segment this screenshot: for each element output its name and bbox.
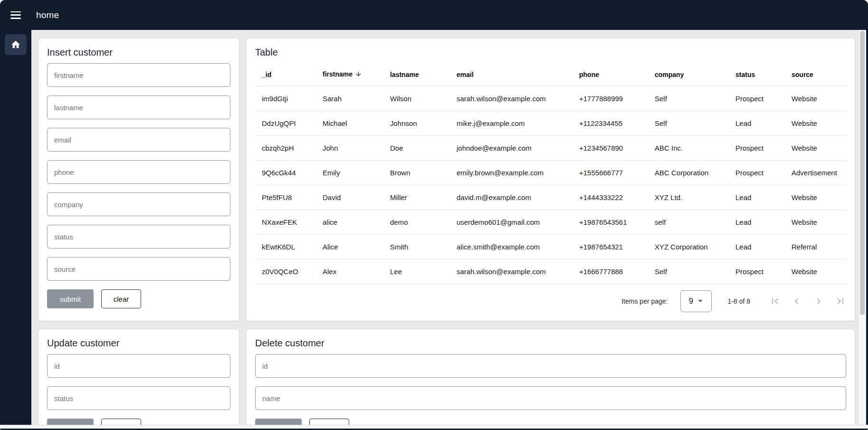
cell-email: johndoe@example.com: [450, 135, 572, 160]
cell-email: alice.smith@example.com: [450, 234, 572, 259]
insert-phone-input[interactable]: [47, 160, 230, 184]
cell-firstname: Emily: [316, 160, 383, 185]
cell-phone: +1987654321: [572, 234, 648, 259]
customers-table: _id firstname lastname email phone compa…: [255, 63, 847, 284]
cell-company: XYZ Corporation: [648, 234, 729, 259]
cell-company: Self: [648, 86, 729, 111]
cell-status: Prospect: [729, 135, 785, 160]
insert-submit-button[interactable]: submit: [47, 289, 94, 308]
cell-firstname: John: [316, 135, 383, 160]
first-page-button[interactable]: [769, 296, 781, 307]
paginator: Items per page: 9 1-8 of 8: [255, 287, 846, 315]
table-row: cbzqh2pH John Doe johndoe@example.com +1…: [255, 135, 847, 160]
previous-page-button[interactable]: [791, 296, 802, 307]
insert-lastname-input[interactable]: [47, 96, 230, 119]
sidebar: [0, 30, 31, 425]
insert-clear-button[interactable]: clear: [101, 289, 141, 308]
cell-id: Pte5fFU8: [255, 185, 316, 210]
cell-id: cbzqh2pH: [255, 135, 316, 160]
cell-lastname: Smith: [383, 234, 450, 259]
cell-source: Referral: [785, 234, 847, 259]
column-header-id[interactable]: _id: [255, 63, 316, 86]
page-title: home: [36, 10, 59, 20]
cell-status: Lead: [729, 210, 785, 234]
cell-status: Prospect: [729, 160, 785, 185]
column-header-source[interactable]: source: [785, 63, 847, 86]
vertical-scrollbar-thumb[interactable]: [860, 31, 865, 315]
cell-phone: +1666777888: [572, 259, 648, 284]
next-page-button[interactable]: [813, 296, 824, 307]
items-per-page-label: Items per page:: [621, 297, 668, 305]
cell-id: im9dGtji: [255, 86, 316, 111]
cell-firstname: Alex: [316, 259, 383, 284]
insert-status-input[interactable]: [47, 225, 230, 248]
page-size-select[interactable]: 9: [680, 290, 712, 312]
table-row: z0V0QCeO Alex Lee sarah.wilson@example.c…: [255, 259, 847, 284]
cell-company: ABC Inc.: [648, 135, 729, 160]
cell-lastname: Brown: [383, 160, 450, 185]
insert-firstname-input[interactable]: [47, 63, 230, 87]
delete-clear-button[interactable]: clear: [309, 419, 349, 425]
cell-source: Advertisement: [785, 160, 847, 185]
main-content: Insert customer submit clear Table: [31, 30, 858, 425]
column-header-lastname[interactable]: lastname: [383, 63, 450, 86]
cell-firstname: Alice: [316, 234, 383, 259]
column-header-status[interactable]: status: [729, 63, 785, 86]
delete-id-input[interactable]: [255, 354, 846, 378]
cell-company: Self: [648, 111, 729, 135]
delete-name-input[interactable]: [255, 386, 846, 410]
insert-customer-card: Insert customer submit clear: [38, 38, 239, 321]
cell-phone: +19876543561: [572, 210, 648, 234]
last-page-button[interactable]: [835, 296, 846, 307]
column-header-firstname[interactable]: firstname: [316, 63, 383, 86]
cell-status: Prospect: [729, 259, 785, 284]
cell-email: emily.brown@example.com: [450, 160, 572, 185]
horizontal-scrollbar[interactable]: [0, 425, 868, 429]
update-id-input[interactable]: [47, 354, 230, 378]
cell-source: Website: [785, 185, 847, 210]
cell-lastname: Johnson: [383, 111, 450, 135]
update-card-title: Update customer: [47, 338, 230, 349]
update-submit-button[interactable]: submit: [47, 419, 94, 425]
cell-phone: +1234567890: [572, 135, 648, 160]
menu-icon[interactable]: [10, 11, 21, 19]
column-header-email[interactable]: email: [450, 63, 572, 86]
page-size-value: 9: [689, 297, 693, 306]
chevron-left-icon: [791, 296, 802, 307]
cell-company: Self: [648, 259, 729, 284]
insert-card-title: Insert customer: [47, 47, 230, 58]
home-icon: [10, 39, 21, 50]
table-header-row: _id firstname lastname email phone compa…: [255, 63, 847, 86]
cell-company: self: [648, 210, 729, 234]
cell-company: XYZ Ltd.: [648, 185, 729, 210]
delete-submit-button[interactable]: submit: [255, 419, 302, 425]
insert-company-input[interactable]: [47, 192, 230, 216]
insert-email-input[interactable]: [47, 128, 230, 152]
column-header-phone[interactable]: phone: [572, 63, 648, 86]
update-clear-button[interactable]: clear: [101, 419, 141, 425]
table-row: kEwtK6DL Alice Smith alice.smith@example…: [255, 234, 847, 259]
sort-desc-arrow-icon: [355, 71, 362, 79]
update-status-input[interactable]: [47, 386, 230, 410]
cell-lastname: demo: [383, 210, 450, 234]
cell-status: Lead: [729, 185, 785, 210]
table-row: 9Q6cGk44 Emily Brown emily.brown@example…: [255, 160, 847, 185]
cell-firstname: David: [316, 185, 383, 210]
topbar: home: [0, 0, 868, 30]
cell-id: z0V0QCeO: [255, 259, 316, 284]
cell-email: mike.j@example.com: [450, 111, 572, 135]
insert-source-input[interactable]: [47, 257, 230, 281]
table-card-title: Table: [255, 47, 846, 58]
column-header-company[interactable]: company: [648, 63, 729, 86]
sidebar-home-button[interactable]: [5, 34, 27, 55]
table-body: im9dGtji Sarah Wilson sarah.wilson@examp…: [255, 86, 847, 284]
cell-status: Prospect: [729, 86, 785, 111]
cell-id: 9Q6cGk44: [255, 160, 316, 185]
cell-email: userdemo601@gmail.com: [450, 210, 572, 234]
table-row: Pte5fFU8 David Miller david.m@example.co…: [255, 185, 847, 210]
chevron-right-icon: [813, 296, 824, 307]
cell-email: sarah.wilson@example.com: [450, 259, 572, 284]
cell-source: Website: [785, 86, 847, 111]
cell-firstname: alice: [316, 210, 383, 234]
vertical-scrollbar[interactable]: [858, 30, 866, 425]
